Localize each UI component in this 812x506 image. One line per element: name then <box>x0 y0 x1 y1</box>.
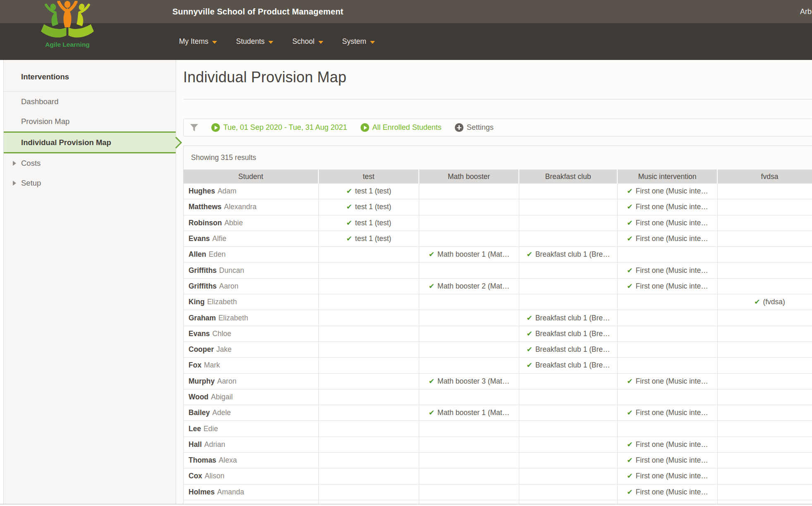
provision-entry[interactable]: ✔test 1 (test) <box>319 199 419 215</box>
provision-entry[interactable]: ✔Math booster 1 (Mat… <box>419 405 519 420</box>
provision-entry[interactable]: ✔First one (Music inte… <box>618 279 718 294</box>
check-icon: ✔ <box>429 377 435 386</box>
student-cell[interactable]: HolmesAmanda <box>184 485 319 500</box>
provision-entry-label: First one (Music inte… <box>636 440 708 449</box>
empty-cell <box>718 405 812 420</box>
provision-entry[interactable]: ✔First one (Music inte… <box>618 405 718 420</box>
bottom-scroll-strip[interactable] <box>0 504 812 506</box>
provision-entry-label: Math booster 2 (Mat… <box>437 282 509 291</box>
student-cell[interactable]: HughesAdam <box>184 184 319 199</box>
provision-entry[interactable]: ✔Breakfast club 1 (Bre… <box>519 247 618 262</box>
student-cell[interactable]: GriffithsDuncan <box>184 263 319 278</box>
provision-entry-label: Breakfast club 1 (Bre… <box>535 329 610 338</box>
empty-cell <box>319 485 419 500</box>
student-cell[interactable]: ThomasAlexa <box>184 453 319 468</box>
provision-entry[interactable]: ✔First one (Music inte… <box>618 184 718 199</box>
student-cell[interactable]: MurphyAaron <box>184 374 319 389</box>
student-cell[interactable]: EvansAlfie <box>184 231 319 246</box>
provision-entry-label: Breakfast club 1 (Bre… <box>535 345 610 354</box>
column-header[interactable]: Math booster <box>419 169 519 184</box>
provision-entry[interactable]: ✔First one (Music inte… <box>618 437 718 452</box>
empty-cell <box>718 310 812 325</box>
provision-entry[interactable]: ✔Breakfast club 1 (Bre… <box>519 326 618 341</box>
sidebar-item-costs[interactable]: Costs <box>4 153 176 173</box>
provision-entry[interactable]: ✔test 1 (test) <box>319 231 419 246</box>
sidebar-item-setup[interactable]: Setup <box>4 173 176 193</box>
student-cell[interactable]: CooperJake <box>184 342 319 357</box>
sidebar-item-provision-map[interactable]: Provision Map <box>4 112 176 131</box>
student-surname: Thomas <box>189 456 216 465</box>
provision-entry[interactable]: ✔First one (Music inte… <box>618 468 718 484</box>
empty-cell <box>718 199 812 215</box>
empty-cell <box>519 405 618 420</box>
column-header[interactable]: Student <box>184 169 319 184</box>
nav-system[interactable]: System <box>342 37 375 46</box>
table-row: RobinsonAbbie✔test 1 (test)✔First one (M… <box>184 215 812 231</box>
empty-cell <box>618 326 718 341</box>
provision-entry[interactable]: ✔First one (Music inte… <box>618 453 718 468</box>
student-cell[interactable]: KingElizabeth <box>184 294 319 310</box>
provision-entry[interactable]: ✔First one (Music inte… <box>618 263 718 278</box>
date-range-filter[interactable]: Tue, 01 Sep 2020 - Tue, 31 Aug 2021 <box>211 123 347 132</box>
chevron-down-icon <box>268 41 273 44</box>
provision-entry[interactable]: ✔Breakfast club 1 (Bre… <box>519 310 618 325</box>
student-cell[interactable]: AllenEden <box>184 247 319 262</box>
check-icon: ✔ <box>627 266 633 275</box>
results-summary: Showing 315 results <box>184 146 812 169</box>
student-group-filter[interactable]: All Enrolled Students <box>361 123 442 132</box>
column-header[interactable]: Breakfast club <box>519 169 618 184</box>
date-range-label: Tue, 01 Sep 2020 - Tue, 31 Aug 2021 <box>223 123 347 132</box>
nav-my-items[interactable]: My Items <box>179 37 217 46</box>
check-icon: ✔ <box>627 203 633 211</box>
student-surname: Hughes <box>189 187 215 196</box>
student-cell[interactable]: MatthewsAlexandra <box>184 199 319 215</box>
provision-entry[interactable]: ✔First one (Music inte… <box>618 215 718 231</box>
student-cell[interactable]: EvansChloe <box>184 326 319 341</box>
empty-cell <box>319 389 419 405</box>
student-cell[interactable]: RobinsonAbbie <box>184 215 319 231</box>
provision-entry[interactable]: ✔First one (Music inte… <box>618 374 718 389</box>
check-icon: ✔ <box>526 345 532 354</box>
sidebar-item-dashboard[interactable]: Dashboard <box>4 92 176 112</box>
provision-entry-label: Breakfast club 1 (Bre… <box>535 361 610 370</box>
column-header[interactable]: Music intervention <box>618 169 718 184</box>
check-icon: ✔ <box>627 456 633 465</box>
filter-funnel-icon[interactable] <box>190 124 198 131</box>
student-surname: Robinson <box>189 219 222 227</box>
student-cell[interactable]: BaileyAdele <box>184 405 319 420</box>
provision-entry[interactable]: ✔Breakfast club 1 (Bre… <box>519 342 618 357</box>
provision-entry[interactable]: ✔Math booster 3 (Mat… <box>419 374 519 389</box>
nav-school[interactable]: School <box>292 37 323 46</box>
provision-entry[interactable]: ✔Math booster 2 (Mat… <box>419 279 519 294</box>
check-icon: ✔ <box>346 234 352 243</box>
column-header[interactable]: test <box>319 169 419 184</box>
sidebar-item-individual-provision-map[interactable]: Individual Provision Map <box>4 131 176 153</box>
provision-entry[interactable]: ✔test 1 (test) <box>319 215 419 231</box>
student-cell[interactable]: HallAdrian <box>184 437 319 452</box>
student-cell[interactable]: CoxAlison <box>184 468 319 484</box>
provision-entry[interactable]: ✔First one (Music inte… <box>618 485 718 500</box>
student-cell[interactable]: GriffithsAaron <box>184 279 319 294</box>
filter-bar: Tue, 01 Sep 2020 - Tue, 31 Aug 2021 All … <box>183 119 812 136</box>
column-header[interactable]: fvdsa <box>718 169 812 184</box>
student-surname: Graham <box>189 314 216 322</box>
empty-cell <box>519 184 618 199</box>
student-cell[interactable]: WoodAbigail <box>184 389 319 405</box>
provision-entry-label: Math booster 3 (Mat… <box>437 377 509 386</box>
empty-cell <box>319 405 419 420</box>
student-cell[interactable]: FoxMark <box>184 358 319 373</box>
provision-table: StudenttestMath boosterBreakfast clubMus… <box>184 169 812 506</box>
student-cell[interactable]: GrahamElizabeth <box>184 310 319 325</box>
provision-entry[interactable]: ✔(fvdsa) <box>718 294 812 310</box>
provision-entry[interactable]: ✔Math booster 1 (Mat… <box>419 247 519 262</box>
user-menu[interactable]: Arb <box>800 0 812 23</box>
empty-cell <box>519 263 618 278</box>
student-surname: Hall <box>189 440 202 449</box>
provision-entry[interactable]: ✔Breakfast club 1 (Bre… <box>519 358 618 373</box>
provision-entry[interactable]: ✔First one (Music inte… <box>618 199 718 215</box>
provision-entry[interactable]: ✔First one (Music inte… <box>618 231 718 246</box>
settings-button[interactable]: Settings <box>455 123 494 132</box>
nav-students[interactable]: Students <box>236 37 273 46</box>
student-cell[interactable]: LeeEdie <box>184 421 319 436</box>
provision-entry[interactable]: ✔test 1 (test) <box>319 184 419 199</box>
